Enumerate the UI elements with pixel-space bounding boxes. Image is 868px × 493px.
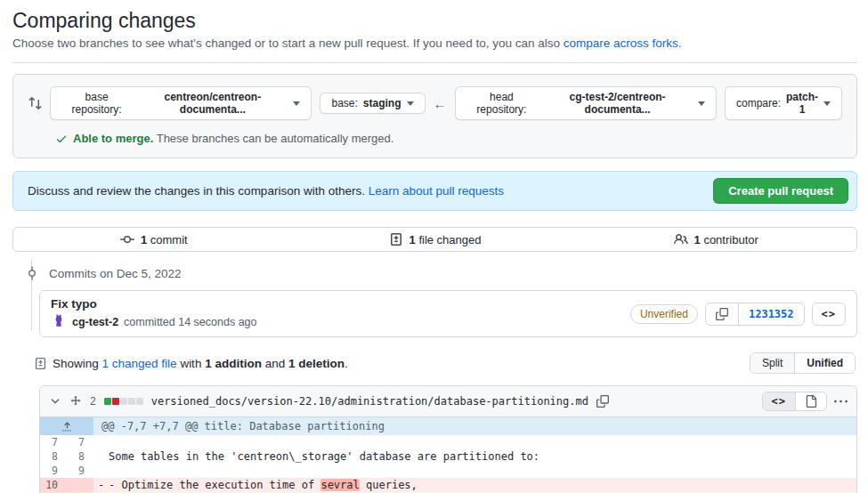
new-line-number[interactable]: 8 [67,449,93,464]
drag-handle-icon[interactable] [69,395,82,408]
create-pull-request-button[interactable]: Create pull request [713,178,848,204]
contributors-label: contributor [703,233,758,246]
code-cell: -- Optimize the execution time of sevral… [93,478,856,492]
diff-table-body: @@ -7,7 +7,7 @@ title: Database partitio… [40,417,856,493]
compare-branch-value: patch-1 [786,91,818,116]
base-repository-value: centreon/centreon-documenta... [137,91,288,116]
comparing-changes-page: Comparing changes Choose two branches to… [0,0,868,493]
compare-branch-label: compare: [736,97,781,109]
diff-stat-squares [104,398,143,405]
commit-dot-icon [23,266,41,280]
old-line-number[interactable]: 8 [40,449,67,464]
page-title: Comparing changes [12,9,857,33]
compare-branch-select[interactable]: compare:patch-1 [725,86,842,120]
summary-before: Showing [53,357,102,370]
unverified-badge[interactable]: Unverified [630,304,698,324]
banner-message: Discuss and review the changes in this c… [28,184,369,198]
unified-view-button[interactable]: Unified [794,353,855,373]
head-repository-select[interactable]: head repository:cg-test-2/centreon-docum… [455,86,717,120]
file-diff-icon [389,232,403,246]
banner-text: Discuss and review the changes in this c… [28,184,504,198]
new-line-number[interactable]: 7 [67,435,93,449]
hunk-header: @@ -7,7 +7,7 @@ title: Database partitio… [93,417,856,435]
contributors-count: 1 [694,233,701,246]
commits-timeline: Commits on Dec 5, 2022 Fix typo cg-test-… [12,264,857,337]
diff-table: @@ -7,7 +7,7 @@ title: Database partitio… [40,417,856,493]
summary-mid1: with [177,357,206,370]
diff-line-context: 99 [40,464,856,478]
base-branch-value: staging [363,97,402,109]
diff-changes-count: 2 [90,395,96,408]
avatar[interactable] [51,314,67,330]
commit-message-link[interactable]: Fix typo [51,297,256,311]
compare-across-forks-link[interactable]: compare across forks [564,36,678,50]
word-highlight: sevral [320,479,359,491]
copy-icon[interactable] [596,395,609,408]
code-cell: Some tables in the 'centreon\_storage' d… [93,449,856,464]
new-line-number[interactable]: 9 [67,464,93,478]
diff-square-neutral [120,398,127,405]
old-line-number[interactable]: 10 [40,478,67,492]
source-view-button[interactable]: <> [763,392,795,410]
commit-sha-link[interactable]: 1231352 [738,303,804,325]
pull-request-banner: Discuss and review the changes in this c… [12,171,857,211]
file-diff-icon [34,357,47,370]
commits-date-label: Commits on Dec 5, 2022 [49,267,182,280]
diff-square-neutral [136,398,143,405]
old-line-number[interactable]: 9 [40,464,67,478]
summary-after: . [345,357,348,370]
kebab-menu-icon[interactable] [834,395,848,408]
code-icon: <> [772,395,786,408]
copy-icon [716,308,728,320]
chevron-down-icon [698,101,705,109]
base-branch-select[interactable]: base:staging [320,93,425,114]
chevron-down-icon [293,101,300,109]
diff-line-del: 10-- Optimize the execution time of sevr… [40,478,856,492]
summary-text: Showing 1 changed file with 1 addition a… [53,357,348,370]
diff-view-toggle: Split Unified [750,352,856,374]
code-cell [93,435,856,449]
diff-sign [93,464,109,478]
files-changed-stat[interactable]: 1 file changed [295,232,576,246]
code-cell [93,464,856,478]
diff-square-deleted [112,398,119,405]
diff-sign [93,449,109,464]
code-content [109,465,115,477]
diff-square-added [104,398,111,405]
people-icon [674,232,688,246]
commit-author-link[interactable]: cg-test-2 [72,316,118,328]
commits-date-heading: Commits on Dec 5, 2022 [12,264,857,282]
changed-files-summary: Showing 1 changed file with 1 addition a… [34,352,857,374]
contributors-stat[interactable]: 1 contributor [575,232,856,246]
split-view-button[interactable]: Split [750,353,794,373]
left-arrow-icon: ← [434,96,447,111]
base-repository-select[interactable]: base repository:centreon/centreon-docume… [50,86,312,120]
files-changed-count: 1 [410,233,416,246]
diff-line-hunk: @@ -7,7 +7,7 @@ title: Database partitio… [40,417,856,435]
arrow-switch-icon [28,96,42,110]
diff-file-header: 2 versioned_docs/version-22.10/administr… [40,386,856,417]
changed-file-link[interactable]: 1 changed file [102,357,177,370]
expand-up-icon[interactable] [40,417,93,435]
old-line-number[interactable]: 7 [40,435,67,449]
branch-compare-box: base repository:centreon/centreon-docume… [12,74,857,158]
check-icon [55,133,68,145]
copy-sha-button[interactable] [706,303,738,325]
diff-line-context: 77 [40,435,856,449]
comparison-stats-bar: 1 commit 1 file changed 1 contributor [12,227,857,252]
chevron-down-icon[interactable] [49,395,61,408]
code-content: - Optimize the execution time of sevral … [109,479,418,491]
commits-count: 1 [141,233,147,246]
page-subtitle: Choose two branches to see what's change… [12,36,857,63]
learn-about-pull-requests-link[interactable]: Learn about pull requests [369,184,504,198]
new-line-number[interactable] [67,478,93,492]
diff-file-path[interactable]: versioned_docs/version-22.10/administrat… [151,395,588,408]
commit-time: committed 14 seconds ago [124,316,256,328]
code-content: Some tables in the 'centreon\_storage' d… [109,450,539,463]
merge-status: Able to merge. These branches can be aut… [55,132,842,145]
diff-sign: - [93,478,109,492]
rich-view-button[interactable] [795,392,826,410]
browse-code-button[interactable]: <> [812,303,846,326]
merge-status-message: These branches can be automatically merg… [157,132,394,145]
commits-stat[interactable]: 1 commit [13,232,295,246]
